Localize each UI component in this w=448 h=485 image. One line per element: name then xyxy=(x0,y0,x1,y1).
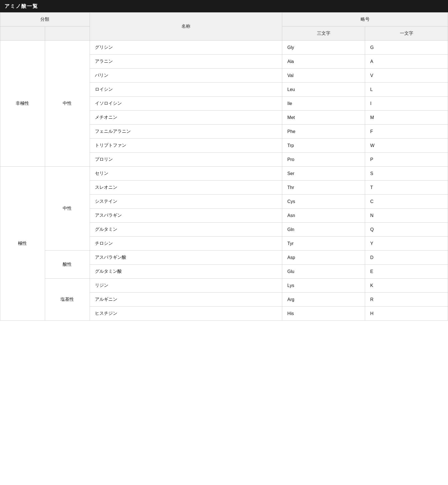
header-title: アミノ酸一覧 xyxy=(4,3,38,10)
header-category-blank1 xyxy=(0,27,45,41)
cell-name: トリプトファン xyxy=(90,139,282,153)
cell-one-letter: D xyxy=(365,251,448,265)
cell-charge: 中性 xyxy=(45,41,90,167)
cell-name: セリン xyxy=(90,167,282,181)
header-one-letter: 一文字 xyxy=(365,27,448,41)
cell-charge: 塩基性 xyxy=(45,279,90,321)
cell-one-letter: Q xyxy=(365,223,448,237)
cell-three-letter: Trp xyxy=(282,139,365,153)
header-three-letter: 三文字 xyxy=(282,27,365,41)
cell-one-letter: A xyxy=(365,55,448,69)
cell-polarity: 極性 xyxy=(0,167,45,321)
cell-one-letter: H xyxy=(365,307,448,321)
cell-three-letter: Met xyxy=(282,111,365,125)
cell-three-letter: Leu xyxy=(282,83,365,97)
cell-polarity: 非極性 xyxy=(0,41,45,167)
cell-name: アラニン xyxy=(90,55,282,69)
cell-three-letter: Phe xyxy=(282,125,365,139)
cell-three-letter: Pro xyxy=(282,153,365,167)
table-row: 酸性アスパラギン酸AspD xyxy=(0,251,448,265)
cell-three-letter: Cys xyxy=(282,195,365,209)
cell-three-letter: Thr xyxy=(282,181,365,195)
cell-name: フェニルアラニン xyxy=(90,125,282,139)
table-row: 非極性中性グリシンGlyG xyxy=(0,41,448,55)
cell-one-letter: K xyxy=(365,279,448,293)
cell-three-letter: Tyr xyxy=(282,237,365,251)
cell-three-letter: Arg xyxy=(282,293,365,307)
cell-three-letter: Ser xyxy=(282,167,365,181)
cell-name: グルタミン酸 xyxy=(90,265,282,279)
cell-name: グルタミン xyxy=(90,223,282,237)
header-bar: アミノ酸一覧 xyxy=(0,0,448,12)
cell-three-letter: His xyxy=(282,307,365,321)
cell-name: グリシン xyxy=(90,41,282,55)
cell-three-letter: Ile xyxy=(282,97,365,111)
table-row: 極性中性セリンSerS xyxy=(0,167,448,181)
cell-one-letter: E xyxy=(365,265,448,279)
cell-charge: 酸性 xyxy=(45,251,90,279)
cell-name: システイン xyxy=(90,195,282,209)
cell-name: プロリン xyxy=(90,153,282,167)
cell-name: イソロイシン xyxy=(90,97,282,111)
cell-one-letter: F xyxy=(365,125,448,139)
cell-three-letter: Ala xyxy=(282,55,365,69)
cell-one-letter: P xyxy=(365,153,448,167)
cell-name: メチオニン xyxy=(90,111,282,125)
cell-one-letter: Y xyxy=(365,237,448,251)
cell-three-letter: Lys xyxy=(282,279,365,293)
cell-charge: 中性 xyxy=(45,167,90,251)
cell-name: チロシン xyxy=(90,237,282,251)
amino-acid-table: 分類 名称 略号 三文字 一文字 非極性中性グリシンGlyGアラニンAlaAバリ… xyxy=(0,12,448,321)
cell-three-letter: Gln xyxy=(282,223,365,237)
cell-one-letter: M xyxy=(365,111,448,125)
cell-one-letter: V xyxy=(365,69,448,83)
cell-name: ロイシン xyxy=(90,83,282,97)
cell-name: スレオニン xyxy=(90,181,282,195)
cell-one-letter: R xyxy=(365,293,448,307)
cell-three-letter: Glu xyxy=(282,265,365,279)
cell-three-letter: Asp xyxy=(282,251,365,265)
cell-one-letter: C xyxy=(365,195,448,209)
cell-name: アルギニン xyxy=(90,293,282,307)
cell-name: ヒスチジン xyxy=(90,307,282,321)
cell-name: バリン xyxy=(90,69,282,83)
table-wrapper: 分類 名称 略号 三文字 一文字 非極性中性グリシンGlyGアラニンAlaAバリ… xyxy=(0,12,448,321)
cell-one-letter: G xyxy=(365,41,448,55)
header-abbrev: 略号 xyxy=(282,13,448,27)
cell-three-letter: Val xyxy=(282,69,365,83)
cell-name: リジン xyxy=(90,279,282,293)
header-category: 分類 xyxy=(0,13,90,27)
header-name: 名称 xyxy=(90,13,282,41)
cell-one-letter: I xyxy=(365,97,448,111)
cell-three-letter: Gly xyxy=(282,41,365,55)
cell-name: アスパラギン酸 xyxy=(90,251,282,265)
cell-name: アスパラギン xyxy=(90,209,282,223)
cell-one-letter: L xyxy=(365,83,448,97)
table-row: 塩基性リジンLysK xyxy=(0,279,448,293)
header-charge-blank xyxy=(45,27,90,41)
cell-one-letter: W xyxy=(365,139,448,153)
cell-one-letter: T xyxy=(365,181,448,195)
cell-one-letter: S xyxy=(365,167,448,181)
cell-one-letter: N xyxy=(365,209,448,223)
cell-three-letter: Asn xyxy=(282,209,365,223)
